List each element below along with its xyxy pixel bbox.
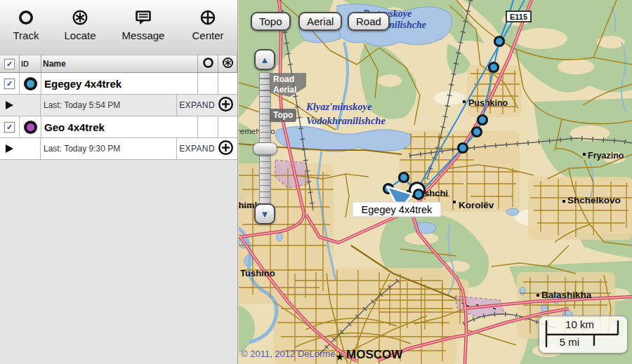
tracker-callout-label: Egegey 4x4trek <box>362 204 433 215</box>
egegey-id-dot <box>24 77 37 90</box>
tushino-label: Tushino <box>240 268 275 278</box>
center-button-label: Center <box>192 29 223 41</box>
detail-arrow-cell <box>0 95 41 116</box>
egegey-track-cell[interactable] <box>198 73 218 94</box>
shchelkovo-label: Shchelkovo <box>567 195 621 205</box>
scale-mi-label: 5 mi <box>539 336 600 348</box>
row-id-cell <box>20 116 41 137</box>
map-copyright: © 2011, 2012 DeLorme <box>241 349 335 359</box>
egegey-checkbox[interactable]: ✓ <box>4 79 15 89</box>
zoom-slider-track[interactable] <box>259 72 271 204</box>
message-button[interactable]: Message <box>117 8 170 41</box>
row-id-cell <box>20 73 41 94</box>
map-view-topo-button[interactable]: Topo <box>251 12 291 31</box>
expand-label: EXPAND <box>179 100 215 110</box>
egegey-name[interactable]: Egegey 4x4trek <box>41 73 198 94</box>
tracker-table: ✓ ID Name <box>0 55 237 160</box>
korolev-label: Korolëv <box>459 200 494 210</box>
zoom-slider-handle[interactable] <box>253 142 277 155</box>
tracker-sidebar: Track Locate <box>0 0 238 364</box>
egegey-locate-cell[interactable] <box>218 73 237 94</box>
circled-plus-icon <box>218 140 234 159</box>
map-view-road-button[interactable]: Road <box>348 12 390 31</box>
moscow-label: MOSCOW <box>346 348 403 361</box>
balashikha-label: Balashikha <box>541 290 592 300</box>
map-scale-indicator: 10 km 5 mi <box>539 316 628 353</box>
tracker-row-egegey[interactable]: ✓ Egegey 4x4trek <box>0 73 237 95</box>
tracker-detail-egegey: Last: Today 5:54 PM EXPAND <box>0 95 237 116</box>
egegey-expand-button[interactable]: EXPAND <box>177 95 237 116</box>
toolbar: Track Locate <box>0 0 237 55</box>
circled-plus-icon <box>218 96 234 115</box>
app-window: Track Locate <box>0 0 632 364</box>
track-column-header-cell[interactable] <box>198 55 218 72</box>
play-arrow-icon[interactable] <box>6 101 13 109</box>
circle-icon <box>202 57 214 72</box>
klyazminskoye-label-line2: Vodokhranilishche <box>306 115 386 126</box>
tracker-detail-geo: Last: Today 9:30 PM EXPAND <box>0 138 237 160</box>
table-header-row: ✓ ID Name <box>0 55 237 73</box>
geo-track-cell[interactable] <box>198 116 218 137</box>
center-button[interactable]: Center <box>187 8 229 41</box>
play-arrow-icon[interactable] <box>6 144 13 153</box>
klyazminskoye-label-line1: Klyaz'minskoye <box>305 101 372 112</box>
center-crosshair-icon <box>198 8 218 28</box>
row-checkbox-cell: ✓ <box>0 73 20 94</box>
zoom-range-flag-topo: Topo <box>270 109 296 122</box>
track-button-label: Track <box>13 29 39 41</box>
moscow-star-marker: ★ <box>335 351 344 363</box>
geo-checkbox[interactable]: ✓ <box>4 122 15 133</box>
locate-asterisk-icon <box>70 8 90 28</box>
name-header-cell: Name <box>41 55 198 72</box>
geo-name[interactable]: Geo 4x4trek <box>41 116 198 137</box>
flag-road-label: Road <box>273 74 303 85</box>
locate-button-label: Locate <box>64 29 96 41</box>
road-sign-text: E115 <box>510 13 527 21</box>
fryazino-label: Fryazino <box>588 151 624 161</box>
id-header-cell: ID <box>20 55 41 72</box>
map-view-aerial-button[interactable]: Aerial <box>298 12 342 31</box>
message-button-label: Message <box>122 29 165 41</box>
scale-km-label: 10 km <box>539 318 620 330</box>
locate-button[interactable]: Locate <box>59 8 101 41</box>
detail-arrow-cell <box>0 138 41 159</box>
up-arrow-icon: ▲ <box>261 55 270 65</box>
zoom-in-button[interactable]: ▲ <box>254 49 275 70</box>
select-all-checkbox[interactable]: ✓ <box>4 59 15 69</box>
tracker-row-geo[interactable]: ✓ Geo 4x4trek <box>0 116 237 138</box>
road-sign-e115: E115 <box>506 11 531 22</box>
map-viewport[interactable]: Pestovskoye Vodokhranilishche Klyaz'mins… <box>238 0 632 364</box>
geo-id-dot <box>24 121 37 134</box>
row-checkbox-cell: ✓ <box>0 116 20 137</box>
down-arrow-icon: ▼ <box>261 209 270 220</box>
map-canvas[interactable]: Pestovskoye Vodokhranilishche Klyaz'mins… <box>239 0 632 364</box>
select-all-cell: ✓ <box>0 55 20 72</box>
pushkino-label: Pushkino <box>468 98 508 108</box>
geo-locate-cell[interactable] <box>218 116 237 137</box>
id-column-header: ID <box>21 60 29 68</box>
circled-asterisk-icon <box>222 57 234 72</box>
zoom-out-button[interactable]: ▼ <box>254 203 275 224</box>
egegey-last-report: Last: Today 5:54 PM <box>41 95 177 116</box>
locate-column-header-cell[interactable] <box>218 55 237 72</box>
sidebar-empty-area <box>0 160 237 364</box>
geo-last-report: Last: Today 9:30 PM <box>41 138 177 159</box>
track-button[interactable]: Track <box>7 8 45 41</box>
message-bubble-icon <box>133 8 153 28</box>
expand-label: EXPAND <box>179 144 215 154</box>
name-column-header: Name <box>43 59 66 69</box>
track-circle-icon <box>16 8 36 28</box>
geo-expand-button[interactable]: EXPAND <box>177 138 237 159</box>
